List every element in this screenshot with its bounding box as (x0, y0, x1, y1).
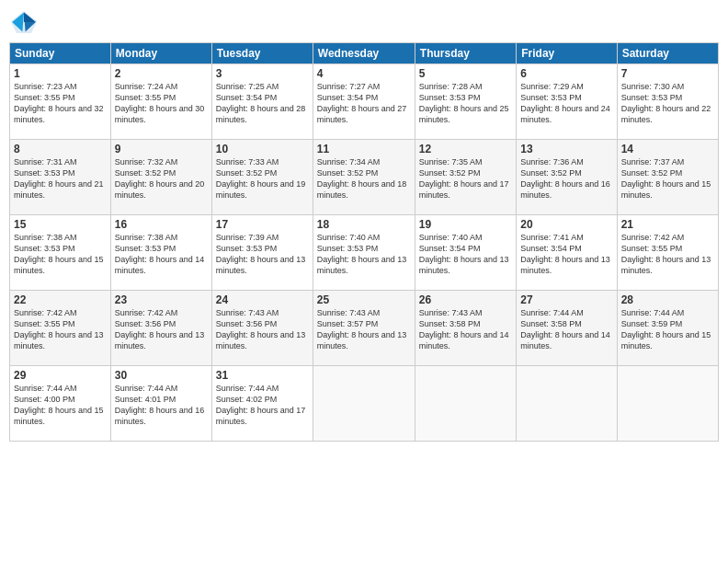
calendar-day-cell: 8 Sunrise: 7:31 AM Sunset: 3:53 PM Dayli… (10, 140, 111, 215)
day-detail: Sunrise: 7:29 AM Sunset: 3:53 PM Dayligh… (520, 81, 612, 126)
calendar-day-cell: 25 Sunrise: 7:43 AM Sunset: 3:57 PM Dayl… (313, 291, 415, 366)
day-detail: Sunrise: 7:40 AM Sunset: 3:54 PM Dayligh… (419, 232, 512, 277)
day-detail: Sunrise: 7:33 AM Sunset: 3:52 PM Dayligh… (216, 156, 309, 201)
day-detail: Sunrise: 7:28 AM Sunset: 3:53 PM Dayligh… (419, 81, 512, 126)
day-number: 3 (216, 67, 309, 80)
day-number: 15 (14, 218, 107, 231)
day-number: 28 (621, 293, 714, 306)
calendar-day-cell: 19 Sunrise: 7:40 AM Sunset: 3:54 PM Dayl… (415, 215, 516, 291)
day-number: 27 (520, 293, 612, 306)
calendar-day-cell: 7 Sunrise: 7:30 AM Sunset: 3:53 PM Dayli… (617, 64, 718, 140)
day-number: 5 (419, 67, 512, 80)
day-detail: Sunrise: 7:23 AM Sunset: 3:55 PM Dayligh… (14, 81, 107, 126)
calendar-week-row: 1 Sunrise: 7:23 AM Sunset: 3:55 PM Dayli… (10, 64, 719, 140)
calendar-day-cell: 13 Sunrise: 7:36 AM Sunset: 3:52 PM Dayl… (517, 140, 617, 215)
calendar-day-cell: 31 Sunrise: 7:44 AM Sunset: 4:02 PM Dayl… (211, 366, 313, 442)
calendar-day-cell: 28 Sunrise: 7:44 AM Sunset: 3:59 PM Dayl… (617, 291, 718, 366)
day-number: 26 (419, 293, 512, 306)
calendar-day-header: Monday (110, 43, 211, 64)
day-number: 16 (115, 218, 208, 231)
calendar-day-header: Sunday (10, 43, 111, 64)
day-number: 2 (115, 67, 208, 80)
day-detail: Sunrise: 7:44 AM Sunset: 3:58 PM Dayligh… (520, 307, 612, 352)
calendar-day-cell: 14 Sunrise: 7:37 AM Sunset: 3:52 PM Dayl… (617, 140, 718, 215)
calendar-day-cell: 16 Sunrise: 7:38 AM Sunset: 3:53 PM Dayl… (110, 215, 211, 291)
day-detail: Sunrise: 7:43 AM Sunset: 3:56 PM Dayligh… (216, 307, 309, 352)
calendar-day-cell: 20 Sunrise: 7:41 AM Sunset: 3:54 PM Dayl… (517, 215, 617, 291)
calendar-day-cell: 4 Sunrise: 7:27 AM Sunset: 3:54 PM Dayli… (313, 64, 415, 140)
calendar-day-header: Friday (517, 43, 617, 64)
day-detail: Sunrise: 7:41 AM Sunset: 3:54 PM Dayligh… (520, 232, 612, 277)
logo-icon (9, 9, 39, 35)
page-header (9, 9, 719, 35)
day-detail: Sunrise: 7:42 AM Sunset: 3:55 PM Dayligh… (14, 307, 107, 352)
day-detail: Sunrise: 7:44 AM Sunset: 4:00 PM Dayligh… (14, 383, 107, 428)
day-number: 6 (520, 67, 612, 80)
day-detail: Sunrise: 7:27 AM Sunset: 3:54 PM Dayligh… (317, 81, 411, 126)
calendar-day-cell: 1 Sunrise: 7:23 AM Sunset: 3:55 PM Dayli… (10, 64, 111, 140)
calendar-day-header: Thursday (415, 43, 516, 64)
day-detail: Sunrise: 7:43 AM Sunset: 3:58 PM Dayligh… (419, 307, 512, 352)
day-detail: Sunrise: 7:42 AM Sunset: 3:55 PM Dayligh… (621, 232, 714, 277)
day-number: 29 (14, 369, 107, 382)
day-detail: Sunrise: 7:44 AM Sunset: 4:02 PM Dayligh… (216, 383, 309, 428)
day-detail: Sunrise: 7:44 AM Sunset: 4:01 PM Dayligh… (115, 383, 208, 428)
calendar-day-cell: 17 Sunrise: 7:39 AM Sunset: 3:53 PM Dayl… (211, 215, 313, 291)
calendar-day-cell: 12 Sunrise: 7:35 AM Sunset: 3:52 PM Dayl… (415, 140, 516, 215)
day-detail: Sunrise: 7:31 AM Sunset: 3:53 PM Dayligh… (14, 156, 107, 201)
day-number: 11 (317, 143, 411, 155)
day-detail: Sunrise: 7:30 AM Sunset: 3:53 PM Dayligh… (621, 81, 714, 126)
calendar-day-cell: 22 Sunrise: 7:42 AM Sunset: 3:55 PM Dayl… (10, 291, 111, 366)
day-detail: Sunrise: 7:34 AM Sunset: 3:52 PM Dayligh… (317, 156, 411, 201)
calendar-day-cell (313, 366, 415, 442)
calendar-day-cell: 10 Sunrise: 7:33 AM Sunset: 3:52 PM Dayl… (211, 140, 313, 215)
calendar-week-row: 29 Sunrise: 7:44 AM Sunset: 4:00 PM Dayl… (10, 366, 719, 442)
day-number: 1 (14, 67, 107, 80)
day-number: 31 (216, 369, 309, 382)
day-number: 21 (621, 218, 714, 231)
calendar-day-header: Saturday (617, 43, 718, 64)
logo (9, 9, 42, 35)
day-number: 8 (14, 143, 107, 155)
calendar-day-cell: 6 Sunrise: 7:29 AM Sunset: 3:53 PM Dayli… (517, 64, 617, 140)
calendar-day-cell: 11 Sunrise: 7:34 AM Sunset: 3:52 PM Dayl… (313, 140, 415, 215)
day-number: 7 (621, 67, 714, 80)
day-detail: Sunrise: 7:38 AM Sunset: 3:53 PM Dayligh… (115, 232, 208, 277)
day-detail: Sunrise: 7:37 AM Sunset: 3:52 PM Dayligh… (621, 156, 714, 201)
day-number: 9 (115, 143, 208, 155)
calendar-day-cell: 21 Sunrise: 7:42 AM Sunset: 3:55 PM Dayl… (617, 215, 718, 291)
day-detail: Sunrise: 7:39 AM Sunset: 3:53 PM Dayligh… (216, 232, 309, 277)
day-number: 30 (115, 369, 208, 382)
day-number: 17 (216, 218, 309, 231)
day-number: 13 (520, 143, 612, 155)
page-container: SundayMondayTuesdayWednesdayThursdayFrid… (0, 0, 728, 563)
day-detail: Sunrise: 7:38 AM Sunset: 3:53 PM Dayligh… (14, 232, 107, 277)
calendar-header-row: SundayMondayTuesdayWednesdayThursdayFrid… (10, 43, 719, 64)
day-detail: Sunrise: 7:40 AM Sunset: 3:53 PM Dayligh… (317, 232, 411, 277)
day-number: 18 (317, 218, 411, 231)
calendar-day-header: Wednesday (313, 43, 415, 64)
day-number: 12 (419, 143, 512, 155)
calendar-day-cell: 29 Sunrise: 7:44 AM Sunset: 4:00 PM Dayl… (10, 366, 111, 442)
calendar-day-cell (415, 366, 516, 442)
calendar-day-cell: 23 Sunrise: 7:42 AM Sunset: 3:56 PM Dayl… (110, 291, 211, 366)
day-number: 22 (14, 293, 107, 306)
calendar-day-cell: 26 Sunrise: 7:43 AM Sunset: 3:58 PM Dayl… (415, 291, 516, 366)
calendar-day-cell: 24 Sunrise: 7:43 AM Sunset: 3:56 PM Dayl… (211, 291, 313, 366)
calendar-day-cell: 27 Sunrise: 7:44 AM Sunset: 3:58 PM Dayl… (517, 291, 617, 366)
day-number: 20 (520, 218, 612, 231)
day-number: 4 (317, 67, 411, 80)
calendar-day-cell: 18 Sunrise: 7:40 AM Sunset: 3:53 PM Dayl… (313, 215, 415, 291)
day-detail: Sunrise: 7:25 AM Sunset: 3:54 PM Dayligh… (216, 81, 309, 126)
day-number: 23 (115, 293, 208, 306)
calendar-day-cell (517, 366, 617, 442)
day-detail: Sunrise: 7:24 AM Sunset: 3:55 PM Dayligh… (115, 81, 208, 126)
day-detail: Sunrise: 7:42 AM Sunset: 3:56 PM Dayligh… (115, 307, 208, 352)
calendar-week-row: 22 Sunrise: 7:42 AM Sunset: 3:55 PM Dayl… (10, 291, 719, 366)
day-number: 10 (216, 143, 309, 155)
calendar-table: SundayMondayTuesdayWednesdayThursdayFrid… (9, 42, 719, 442)
calendar-day-cell: 3 Sunrise: 7:25 AM Sunset: 3:54 PM Dayli… (211, 64, 313, 140)
day-detail: Sunrise: 7:35 AM Sunset: 3:52 PM Dayligh… (419, 156, 512, 201)
day-detail: Sunrise: 7:43 AM Sunset: 3:57 PM Dayligh… (317, 307, 411, 352)
calendar-day-cell (617, 366, 718, 442)
